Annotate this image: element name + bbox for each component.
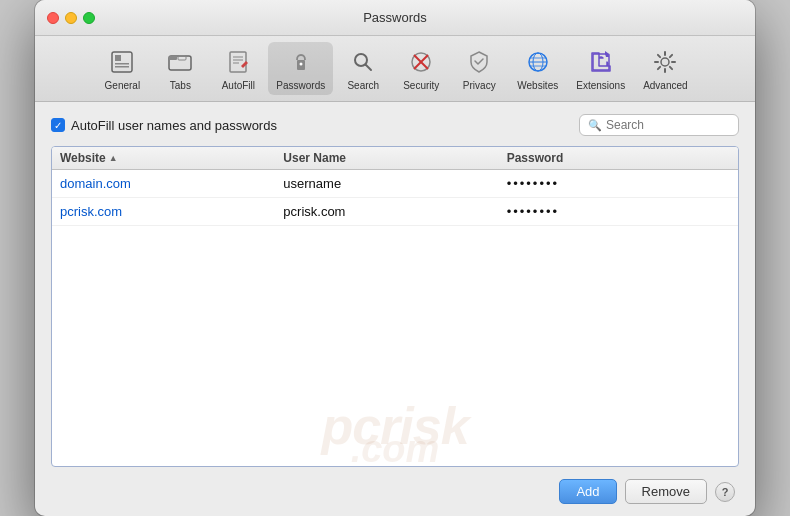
extensions-icon [585,46,617,78]
row2-username: pcrisk.com [283,202,506,221]
search-label: Search [347,80,379,91]
toolbar-item-search[interactable]: Search [335,42,391,95]
toolbar-item-general[interactable]: General [94,42,150,95]
table-header: Website ▲ User Name Password [52,147,738,170]
help-button[interactable]: ? [715,482,735,502]
toolbar-item-extensions[interactable]: Extensions [568,42,633,95]
remove-button[interactable]: Remove [625,479,707,504]
row1-password: •••••••• [507,174,730,193]
toolbar-item-websites[interactable]: Websites [509,42,566,95]
svg-rect-5 [169,56,177,60]
websites-label: Websites [517,80,558,91]
watermark-line1: pcrisk [321,396,468,456]
general-icon [106,46,138,78]
passwords-icon [285,46,317,78]
security-icon [405,46,437,78]
toolbar-item-passwords[interactable]: Passwords [268,42,333,95]
svg-point-12 [299,63,302,66]
toolbar-item-security[interactable]: Security [393,42,449,95]
tabs-label: Tabs [170,80,191,91]
row2-website: pcrisk.com [60,202,283,221]
svg-rect-1 [115,55,121,61]
col-website: Website ▲ [60,151,283,165]
toolbar-item-autofill[interactable]: AutoFill [210,42,266,95]
table-row[interactable]: domain.com username •••••••• [52,170,738,198]
passwords-table: Website ▲ User Name Password domain.com … [51,146,739,467]
privacy-label: Privacy [463,80,496,91]
footer-row: Add Remove ? [51,479,739,504]
privacy-icon [463,46,495,78]
sort-arrow-icon: ▲ [109,153,118,163]
toolbar-item-privacy[interactable]: Privacy [451,42,507,95]
websites-icon [522,46,554,78]
toolbar-item-tabs[interactable]: Tabs [152,42,208,95]
toolbar: General Tabs Aut [35,36,755,102]
autofill-checkbox-label: AutoFill user names and passwords [71,118,277,133]
autofill-checkbox[interactable]: ✓ [51,118,65,132]
window-title: Passwords [363,10,427,25]
svg-point-24 [661,58,669,66]
minimize-button[interactable] [65,12,77,24]
svg-rect-7 [230,52,246,72]
col-password: Password [507,151,730,165]
search-box[interactable]: 🔍 [579,114,739,136]
search-icon [347,46,379,78]
svg-rect-2 [115,63,129,65]
row2-password: •••••••• [507,202,730,221]
search-input[interactable] [606,118,730,132]
content-area: ✓ AutoFill user names and passwords 🔍 We… [35,102,755,516]
maximize-button[interactable] [83,12,95,24]
add-button[interactable]: Add [559,479,616,504]
autofill-left: ✓ AutoFill user names and passwords [51,118,277,133]
autofill-icon [222,46,254,78]
advanced-label: Advanced [643,80,687,91]
extensions-label: Extensions [576,80,625,91]
main-window: Passwords General Tabs [35,0,755,516]
search-small-icon: 🔍 [588,119,602,132]
col-username: User Name [283,151,506,165]
autofill-label: AutoFill [222,80,255,91]
table-row[interactable]: pcrisk.com pcrisk.com •••••••• [52,198,738,226]
table-body: domain.com username •••••••• pcrisk.com … [52,170,738,466]
toolbar-item-advanced[interactable]: Advanced [635,42,695,95]
traffic-lights [47,12,95,24]
close-button[interactable] [47,12,59,24]
watermark-line2: .com [351,428,440,467]
svg-line-14 [366,65,372,71]
row1-username: username [283,174,506,193]
advanced-icon [649,46,681,78]
passwords-label: Passwords [276,80,325,91]
svg-rect-3 [115,66,129,68]
row1-website: domain.com [60,174,283,193]
empty-area: pcrisk .com [52,226,738,466]
titlebar: Passwords [35,0,755,36]
general-label: General [105,80,141,91]
tabs-icon [164,46,196,78]
security-label: Security [403,80,439,91]
autofill-row: ✓ AutoFill user names and passwords 🔍 [51,114,739,136]
